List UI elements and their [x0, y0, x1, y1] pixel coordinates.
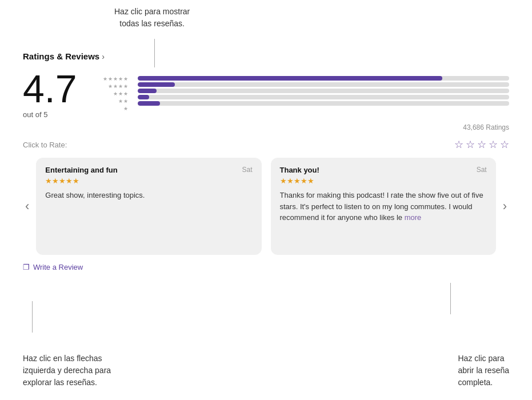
review-card[interactable]: Thank you!Sat★★★★★Thanks for making this… [271, 158, 496, 255]
rate-star[interactable]: ☆ [466, 138, 475, 151]
review-body: Great show, interesting topics. [45, 190, 252, 201]
nav-right-arrow[interactable]: › [501, 194, 509, 218]
bar-fill [138, 95, 149, 99]
star-rating-input[interactable]: ☆☆☆☆☆ [454, 138, 509, 151]
bar-fill [138, 82, 175, 87]
tooltip-line1: Haz clic para mostrar [114, 7, 190, 16]
click-to-rate-label: Click to Rate: [23, 141, 67, 149]
review-stars: ★★★★★ [280, 177, 487, 185]
bar-track [138, 95, 509, 99]
ratings-reviews-title: Ratings & Reviews [23, 51, 99, 61]
bar-stars-label: ★★★ [113, 91, 129, 97]
rate-star[interactable]: ☆ [454, 138, 463, 151]
score-section: 4.7 out of 5 ★★★★★★★★★★★★★★★ [23, 69, 509, 119]
header-chevron-icon: › [102, 52, 105, 61]
click-to-rate: Click to Rate: ☆☆☆☆☆ [23, 138, 509, 151]
bar-stars-label: ★★★★ [108, 83, 129, 89]
callout-left-line3: explorar las reseñas. [23, 378, 97, 387]
score-label: out of 5 [23, 110, 47, 119]
review-date: Sat [477, 166, 487, 174]
big-score: 4.7 out of 5 [23, 69, 86, 119]
reviews-wrapper: ‹ Entertaining and funSat★★★★★Great show… [23, 158, 509, 255]
bar-track [138, 89, 509, 93]
review-title: Thank you! [280, 166, 319, 174]
write-review-icon: ❐ [23, 263, 30, 271]
bars-column [138, 74, 509, 106]
review-body: Thanks for making this podcast! I rate t… [280, 190, 487, 223]
main-content: Ratings & Reviews › 4.7 out of 5 ★★★★★★★… [23, 51, 509, 271]
rate-star[interactable]: ☆ [477, 138, 486, 151]
nav-left-arrow[interactable]: ‹ [23, 194, 31, 218]
ratings-reviews-header[interactable]: Ratings & Reviews › [23, 51, 509, 61]
ratings-count: 43,686 Ratings [23, 123, 509, 131]
score-number: 4.7 [23, 69, 77, 108]
callout-right-line2: abrir la reseña [458, 366, 510, 375]
review-stars: ★★★★★ [45, 177, 252, 185]
review-date: Sat [242, 166, 252, 174]
callout-left: Haz clic en las flechas izquierda y dere… [23, 353, 111, 389]
bar-stars-label: ★ [123, 106, 129, 111]
callout-left-connector [32, 301, 33, 333]
bar-fill [138, 76, 442, 81]
bar-track [138, 101, 509, 106]
review-header: Thank you!Sat [280, 166, 487, 174]
review-more-link[interactable]: more [402, 213, 421, 222]
rate-star[interactable]: ☆ [489, 138, 498, 151]
bar-fill [138, 101, 160, 106]
callout-right: Haz clic para abrir la reseña completa. [458, 353, 510, 389]
bar-stars-label: ★★ [118, 98, 129, 104]
callout-right-line3: completa. [458, 378, 493, 387]
tooltip-top: Haz clic para mostrar todas las reseñas. [114, 6, 190, 30]
rate-star[interactable]: ☆ [500, 138, 509, 151]
write-review-label: Write a Review [33, 263, 83, 271]
bar-stars-label: ★★★★★ [103, 76, 129, 82]
review-card: Entertaining and funSat★★★★★Great show, … [36, 158, 261, 255]
review-title: Entertaining and fun [45, 166, 117, 174]
write-review-button[interactable]: ❐ Write a Review [23, 263, 509, 271]
callout-left-line1: Haz clic en las flechas [23, 354, 102, 363]
review-header: Entertaining and funSat [45, 166, 252, 174]
bar-track [138, 82, 509, 87]
callout-left-line2: izquierda y derecha para [23, 366, 111, 375]
bars-section: ★★★★★★★★★★★★★★★ [103, 69, 509, 111]
bottom-callouts: Haz clic en las flechas izquierda y dere… [0, 353, 532, 389]
tooltip-line2: todas las reseñas. [119, 19, 185, 28]
bar-fill [138, 89, 157, 93]
bar-track [138, 76, 509, 81]
reviews-container: Entertaining and funSat★★★★★Great show, … [36, 158, 495, 255]
callout-right-line1: Haz clic para [458, 354, 505, 363]
callout-right-connector [450, 283, 451, 314]
stars-column: ★★★★★★★★★★★★★★★ [103, 74, 129, 111]
